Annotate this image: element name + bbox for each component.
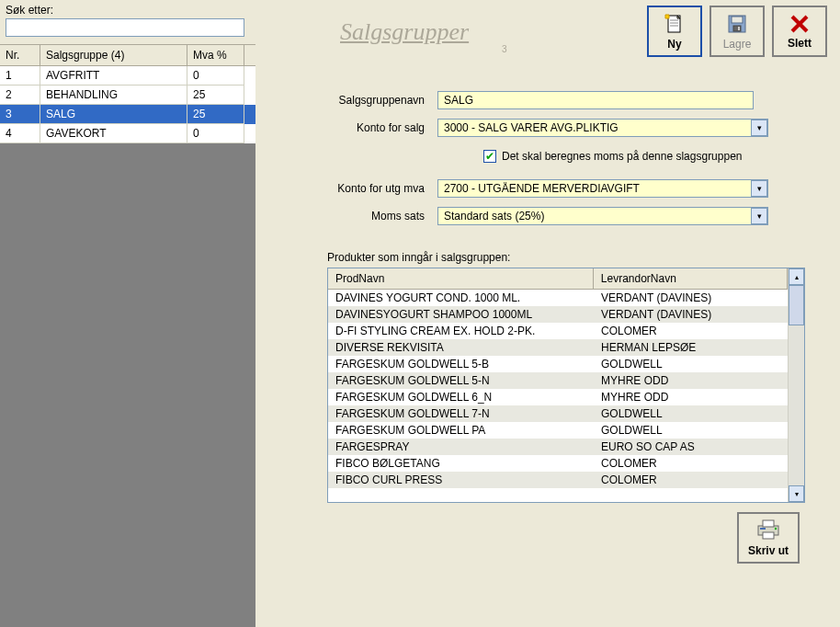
label-salesgroup-name: Salgsgruppenavn bbox=[309, 94, 437, 107]
combo-out-vat-account[interactable] bbox=[437, 179, 768, 198]
product-cell-name: FIBCO CURL PRESS bbox=[328, 472, 594, 488]
product-row[interactable]: FIBCO CURL PRESSCOLOMER bbox=[328, 472, 788, 488]
product-cell-vendor: GOLDWELL bbox=[594, 422, 788, 439]
delete-button-label: Slett bbox=[788, 37, 812, 50]
product-row[interactable]: DAVINESYOGURT SHAMPOO 1000MLVERDANT (DAV… bbox=[328, 306, 788, 323]
chevron-up-icon: ▴ bbox=[795, 273, 799, 281]
product-cell-name: DAVINESYOGURT SHAMPOO 1000ML bbox=[328, 306, 594, 323]
search-area: Søk etter: bbox=[0, 0, 255, 44]
product-cell-vendor: VERDANT (DAVINES) bbox=[594, 290, 788, 306]
product-row[interactable]: FARGESKUM GOLDWELL 5-BGOLDWELL bbox=[328, 356, 788, 372]
product-cell-name: FARGESKUM GOLDWELL 7-N bbox=[328, 405, 594, 422]
product-row[interactable]: D-FI STYLING CREAM EX. HOLD 2-PK.COLOMER bbox=[328, 323, 788, 339]
product-row[interactable]: DAVINES YOGURT COND. 1000 ML.VERDANT (DA… bbox=[328, 290, 788, 306]
chevron-down-icon: ▾ bbox=[757, 123, 762, 132]
svg-rect-14 bbox=[763, 532, 774, 539]
product-cell-name: FARGESKUM GOLDWELL 5-B bbox=[328, 356, 594, 372]
grid-header-name[interactable]: Salgsgruppe (4) bbox=[40, 45, 187, 65]
label-out-vat-account: Konto for utg mva bbox=[309, 182, 437, 195]
vat-checkbox-label: Det skal beregnes moms på denne slagsgru… bbox=[502, 150, 743, 163]
product-cell-vendor: VERDANT (DAVINES) bbox=[594, 306, 788, 323]
product-cell-name: FIBCO BØLGETANG bbox=[328, 455, 594, 472]
svg-rect-7 bbox=[732, 17, 743, 23]
svg-rect-9 bbox=[738, 27, 740, 30]
product-row[interactable]: DIVERSE REKVISITAHERMAN LEPSØE bbox=[328, 339, 788, 356]
products-scrollbar[interactable]: ▴ ▾ bbox=[788, 268, 804, 502]
scroll-up-button[interactable]: ▴ bbox=[789, 268, 804, 285]
grid-cell-name: SALG bbox=[40, 105, 187, 124]
product-cell-name: DAVINES YOGURT COND. 1000 ML. bbox=[328, 290, 594, 306]
grid-header-nr[interactable]: Nr. bbox=[0, 45, 40, 65]
combo-sales-account-button[interactable]: ▾ bbox=[751, 120, 767, 136]
product-cell-name: D-FI STYLING CREAM EX. HOLD 2-PK. bbox=[328, 323, 594, 339]
grid-cell-mva: 25 bbox=[187, 105, 244, 124]
form-area: Salgsgruppenavn Konto for salg ▾ ✔ Det s… bbox=[309, 91, 823, 225]
grid-cell-mva: 0 bbox=[187, 66, 244, 86]
chevron-down-icon: ▾ bbox=[757, 184, 762, 193]
products-label: Produkter som inngår i salgsgruppen: bbox=[327, 251, 805, 264]
product-cell-vendor: GOLDWELL bbox=[594, 356, 788, 372]
product-cell-vendor: MYHRE ODD bbox=[594, 389, 788, 405]
product-cell-name: FARGESPRAY bbox=[328, 439, 594, 455]
grid-row[interactable]: 1AVGFRITT0 bbox=[0, 66, 255, 86]
svg-rect-13 bbox=[763, 520, 774, 527]
floppy-icon bbox=[726, 13, 748, 35]
toolbar: Ny Lagre bbox=[647, 6, 827, 57]
product-row[interactable]: FARGESKUM GOLDWELL 7-NGOLDWELL bbox=[328, 405, 788, 422]
grid-row[interactable]: 2BEHANDLING25 bbox=[0, 86, 255, 105]
grid-row[interactable]: 4GAVEKORT0 bbox=[0, 124, 255, 143]
product-row[interactable]: FARGESKUM GOLDWELL 6_NMYHRE ODD bbox=[328, 389, 788, 405]
grid-cell-mva: 25 bbox=[187, 86, 244, 105]
products-header-name[interactable]: ProdNavn bbox=[328, 268, 594, 289]
grid-header: Nr. Salgsgruppe (4) Mva % bbox=[0, 44, 255, 66]
product-cell-vendor: COLOMER bbox=[594, 455, 788, 472]
combo-vat-rate-button[interactable]: ▾ bbox=[751, 208, 767, 224]
products-area: Produkter som inngår i salgsgruppen: Pro… bbox=[327, 251, 805, 503]
products-header-vendor[interactable]: LevrandorNavn bbox=[594, 268, 788, 289]
new-button-label: Ny bbox=[667, 38, 681, 51]
grid-row[interactable]: 3SALG25 bbox=[0, 105, 255, 124]
grid-cell-mva: 0 bbox=[187, 124, 244, 143]
right-panel: Ny Lagre bbox=[255, 0, 840, 627]
salesgroup-grid: Nr. Salgsgruppe (4) Mva % 1AVGFRITT02BEH… bbox=[0, 44, 255, 143]
combo-out-vat-account-button[interactable]: ▾ bbox=[751, 180, 767, 197]
grid-header-mva[interactable]: Mva % bbox=[187, 45, 244, 65]
grid-cell-name: AVGFRITT bbox=[40, 66, 187, 86]
chevron-down-icon: ▾ bbox=[757, 211, 762, 221]
print-button[interactable]: Skriv ut bbox=[737, 512, 800, 564]
svg-marker-5 bbox=[665, 15, 669, 18]
label-vat-rate: Moms sats bbox=[309, 210, 437, 222]
search-label: Søk etter: bbox=[6, 4, 250, 17]
product-row[interactable]: FARGESKUM GOLDWELL PAGOLDWELL bbox=[328, 422, 788, 439]
combo-sales-account[interactable] bbox=[437, 119, 768, 137]
products-list: ProdNavn LevrandorNavn DAVINES YOGURT CO… bbox=[327, 268, 805, 503]
product-cell-vendor: HERMAN LEPSØE bbox=[594, 339, 788, 356]
save-button[interactable]: Lagre bbox=[709, 6, 765, 57]
product-cell-vendor: MYHRE ODD bbox=[594, 372, 788, 389]
delete-button[interactable]: Slett bbox=[772, 6, 827, 57]
input-salesgroup-name[interactable] bbox=[437, 91, 754, 109]
product-cell-vendor: GOLDWELL bbox=[594, 405, 788, 422]
printer-icon bbox=[755, 519, 781, 542]
product-cell-name: FARGESKUM GOLDWELL 5-N bbox=[328, 372, 594, 389]
product-row[interactable]: FARGESPRAYEURO SO CAP AS bbox=[328, 439, 788, 455]
search-input[interactable] bbox=[6, 18, 244, 37]
product-row[interactable]: FIBCO BØLGETANGCOLOMER bbox=[328, 455, 788, 472]
vat-checkbox[interactable]: ✔ bbox=[483, 150, 496, 163]
grid-cell-name: BEHANDLING bbox=[40, 86, 187, 105]
grid-cell-name: GAVEKORT bbox=[40, 124, 187, 143]
product-cell-name: FARGESKUM GOLDWELL 6_N bbox=[328, 389, 594, 405]
left-panel: Søk etter: Nr. Salgsgruppe (4) Mva % 1AV… bbox=[0, 0, 255, 627]
print-button-label: Skriv ut bbox=[748, 544, 789, 557]
scroll-track[interactable] bbox=[789, 285, 804, 485]
label-sales-account: Konto for salg bbox=[309, 121, 437, 134]
scroll-down-button[interactable]: ▾ bbox=[789, 485, 804, 502]
combo-vat-rate[interactable] bbox=[437, 207, 768, 225]
scroll-thumb[interactable] bbox=[789, 285, 804, 325]
svg-point-15 bbox=[775, 527, 777, 529]
product-row[interactable]: FARGESKUM GOLDWELL 5-NMYHRE ODD bbox=[328, 372, 788, 389]
save-button-label: Lagre bbox=[723, 38, 752, 51]
new-button[interactable]: Ny bbox=[647, 6, 702, 57]
chevron-down-icon: ▾ bbox=[795, 490, 799, 498]
product-cell-name: FARGESKUM GOLDWELL PA bbox=[328, 422, 594, 439]
